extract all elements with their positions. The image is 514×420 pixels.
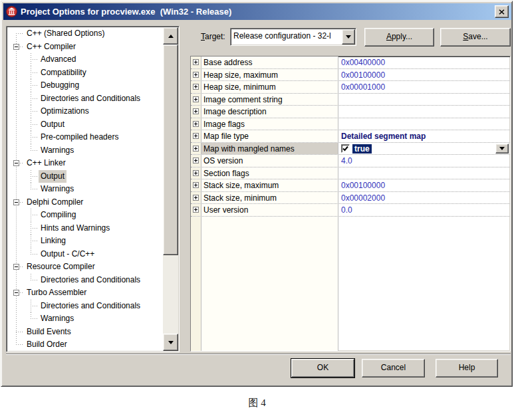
- expand-toggle-icon[interactable]: [193, 108, 199, 114]
- tree-item[interactable]: C++ Compiler: [7, 41, 163, 54]
- tree-item[interactable]: Resource Compiler: [7, 261, 163, 274]
- tree-item-label: Directories and Conditionals: [39, 274, 142, 287]
- property-row-gutter: [191, 56, 201, 68]
- property-name: Heap size, minimum: [201, 81, 338, 93]
- tree-item-label: Hints and Warnings: [39, 222, 112, 235]
- tree-item[interactable]: Delphi Compiler: [7, 196, 163, 209]
- expand-toggle-icon[interactable]: [193, 72, 199, 78]
- property-row[interactable]: Image description: [191, 106, 510, 118]
- expand-toggle-icon[interactable]: [193, 158, 199, 163]
- tree-item[interactable]: Turbo Assembler: [7, 286, 163, 300]
- tree-item[interactable]: Warnings: [7, 144, 163, 158]
- property-row-gutter: [191, 204, 201, 216]
- property-value[interactable]: [338, 94, 510, 106]
- triangle-down-icon: [499, 147, 505, 150]
- tree-item-label: Directories and Conditionals: [39, 92, 142, 106]
- property-value[interactable]: 0x00400000: [338, 56, 510, 68]
- property-row-gutter: [191, 94, 201, 106]
- tree-item[interactable]: Debugging: [7, 79, 163, 92]
- tree-item[interactable]: Warnings: [7, 312, 163, 326]
- tree-item[interactable]: Linking: [7, 235, 163, 248]
- collapse-toggle-icon[interactable]: [13, 264, 19, 270]
- expand-toggle-icon[interactable]: [193, 146, 199, 152]
- expand-toggle-icon[interactable]: [193, 121, 199, 127]
- property-row-gutter: [191, 217, 201, 352]
- tree-item[interactable]: Directories and Conditionals: [7, 300, 163, 313]
- property-row[interactable]: Section flags: [191, 167, 510, 180]
- property-value[interactable]: 0x00002000: [338, 192, 510, 204]
- property-row[interactable]: Map with mangled namestrue: [191, 143, 510, 156]
- close-button[interactable]: [495, 5, 509, 18]
- tree-item[interactable]: Build Events: [7, 326, 163, 339]
- collapse-toggle-icon[interactable]: [13, 44, 19, 50]
- expand-toggle-icon[interactable]: [193, 195, 199, 201]
- apply-button[interactable]: Apply...: [364, 28, 434, 47]
- cancel-button[interactable]: Cancel: [362, 359, 425, 377]
- expand-toggle-icon[interactable]: [193, 207, 199, 213]
- value-dropdown-button[interactable]: [495, 144, 509, 154]
- property-row[interactable]: Stack size, maximum0x00100000: [191, 179, 510, 192]
- property-value[interactable]: 4.0: [338, 155, 510, 167]
- property-value[interactable]: [338, 106, 510, 118]
- expand-toggle-icon[interactable]: [193, 182, 199, 188]
- target-combobox-value: Release configuration - 32-l: [231, 29, 341, 45]
- tree-item[interactable]: Hints and Warnings: [7, 222, 163, 235]
- project-options-dialog: Project Options for procview.exe (Win32 …: [1, 1, 513, 387]
- tree-item[interactable]: Warnings: [7, 183, 163, 196]
- tree-item[interactable]: Output - C/C++: [7, 248, 163, 261]
- property-name: Heap size, maximum: [201, 69, 338, 81]
- tree-item[interactable]: Output: [7, 118, 163, 132]
- expand-toggle-icon[interactable]: [193, 96, 199, 102]
- scrollbar-thumb[interactable]: [163, 45, 178, 255]
- property-row[interactable]: Image comment string: [191, 94, 510, 106]
- property-value[interactable]: [338, 118, 510, 130]
- property-value[interactable]: 0x00100000: [338, 69, 510, 81]
- expand-toggle-icon[interactable]: [193, 133, 199, 139]
- property-row[interactable]: Image flags: [191, 118, 510, 131]
- property-row[interactable]: Stack size, minimum0x00002000: [191, 192, 510, 205]
- tree-scrollbar[interactable]: [163, 27, 178, 351]
- expand-toggle-icon[interactable]: [193, 59, 199, 65]
- checkbox[interactable]: [341, 144, 350, 153]
- scroll-up-button[interactable]: [163, 27, 178, 45]
- ok-button[interactable]: OK: [291, 359, 354, 377]
- tree-item[interactable]: Advanced: [7, 53, 163, 66]
- expand-toggle-icon[interactable]: [193, 170, 199, 176]
- tree-item[interactable]: C++ (Shared Options): [7, 27, 163, 41]
- tree-item[interactable]: Optimizations: [7, 105, 163, 118]
- property-row[interactable]: Heap size, minimum0x00001000: [191, 81, 510, 94]
- collapse-toggle-icon[interactable]: [13, 290, 19, 296]
- property-value[interactable]: 0x00001000: [338, 81, 510, 93]
- tree-item[interactable]: Directories and Conditionals: [7, 274, 163, 287]
- property-value[interactable]: true: [338, 143, 510, 155]
- tree-connector-stub: [31, 59, 37, 60]
- property-value[interactable]: 0.0: [338, 204, 510, 216]
- property-row[interactable]: Map file typeDetailed segment map: [191, 130, 510, 143]
- tree-item-label: Directories and Conditionals: [39, 300, 142, 313]
- property-value[interactable]: 0x00100000: [338, 179, 510, 191]
- help-button[interactable]: Help: [436, 359, 498, 377]
- collapse-toggle-icon[interactable]: [13, 160, 19, 166]
- expand-toggle-icon[interactable]: [193, 84, 199, 90]
- scroll-down-button[interactable]: [163, 334, 178, 351]
- property-value[interactable]: Detailed segment map: [338, 130, 510, 142]
- tree-item[interactable]: Pre-compiled headers: [7, 131, 163, 144]
- title-bar[interactable]: Project Options for procview.exe (Win32 …: [3, 3, 511, 20]
- tree-item[interactable]: Output: [7, 170, 163, 183]
- save-button[interactable]: Save...: [440, 28, 511, 47]
- tree-item[interactable]: Compatibility: [7, 66, 163, 80]
- property-name: Map with mangled names: [201, 143, 338, 155]
- tree-item[interactable]: Build Order: [7, 338, 163, 351]
- collapse-toggle-icon[interactable]: [13, 199, 19, 205]
- property-row[interactable]: OS version4.0: [191, 155, 510, 167]
- target-combobox[interactable]: Release configuration - 32-l: [230, 28, 356, 46]
- tree-connector-stub: [31, 228, 37, 229]
- property-value[interactable]: [338, 167, 510, 179]
- property-row[interactable]: Heap size, maximum0x00100000: [191, 69, 510, 82]
- tree-item[interactable]: Compiling: [7, 209, 163, 222]
- tree-item[interactable]: C++ Linker: [7, 157, 163, 170]
- combo-dropdown-button[interactable]: [342, 29, 355, 45]
- tree-item[interactable]: Directories and Conditionals: [7, 92, 163, 106]
- property-row[interactable]: Base address0x00400000: [191, 56, 510, 69]
- property-row[interactable]: User version0.0: [191, 204, 510, 217]
